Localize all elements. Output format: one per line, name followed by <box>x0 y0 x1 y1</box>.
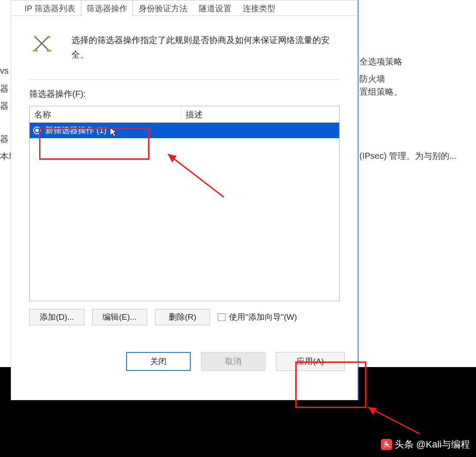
bg-text: 器 <box>0 133 9 145</box>
dialog-footer: 关闭 取消 应用(A) <box>11 333 358 379</box>
apply-button[interactable]: 应用(A) <box>276 352 345 371</box>
toutiao-logo-icon: 头 <box>381 439 392 450</box>
svg-rect-2 <box>33 50 38 52</box>
tab-connection-type[interactable]: 连接类型 <box>237 0 281 16</box>
watermark-brand: 头条 <box>395 438 414 451</box>
delete-button[interactable]: 删除(R) <box>155 309 210 325</box>
filter-action-list[interactable]: 名称 描述 新筛选器操作 (1) <box>29 106 340 301</box>
list-item-name: 新筛选器操作 (1) <box>45 125 107 136</box>
bg-text: vs <box>0 66 9 76</box>
bg-text: 器 <box>0 83 9 95</box>
svg-rect-3 <box>46 50 52 52</box>
list-actions: 添加(D)... 编辑(E)... 删除(R) 使用"添加向导"(W) <box>29 309 340 325</box>
radio-selected-icon <box>33 127 41 134</box>
annotation-arrow-icon <box>364 404 424 438</box>
dialog-body: 选择的筛选器操作指定了此规则是否协商及如何来保证网络流量的安全。 筛选器操作(F… <box>11 16 358 333</box>
svg-point-4 <box>34 36 37 38</box>
bg-text: 全选项策略 <box>359 56 402 68</box>
use-wizard-checkbox[interactable]: 使用"添加向导"(W) <box>218 312 297 323</box>
edit-button[interactable]: 编辑(E)... <box>92 309 147 325</box>
bg-text: 器 <box>0 100 9 112</box>
filter-action-label: 筛选器操作(F): <box>29 88 340 100</box>
tab-bar: IP 筛选器列表 筛选器操作 身份验证方法 隧道设置 连接类型 <box>11 0 358 16</box>
list-header: 名称 描述 <box>30 106 339 123</box>
swords-icon <box>32 34 53 54</box>
close-button[interactable]: 关闭 <box>126 352 191 371</box>
list-item-selected[interactable]: 新筛选器操作 (1) <box>30 123 339 138</box>
use-wizard-label: 使用"添加向导"(W) <box>229 312 297 323</box>
svg-point-5 <box>48 36 50 38</box>
column-desc[interactable]: 描述 <box>181 106 339 122</box>
separator <box>29 79 340 80</box>
checkbox-icon <box>218 313 226 321</box>
svg-line-8 <box>368 407 420 434</box>
intro-text: 选择的筛选器操作指定了此规则是否协商及如何来保证网络流量的安全。 <box>71 31 340 62</box>
tab-auth-method[interactable]: 身份验证方法 <box>133 0 193 16</box>
bg-text: 防火墙 <box>359 73 385 85</box>
properties-dialog: IP 筛选器列表 筛选器操作 身份验证方法 隧道设置 连接类型 选择的筛选器操作… <box>11 0 359 400</box>
intro-section: 选择的筛选器操作指定了此规则是否协商及如何来保证网络流量的安全。 <box>29 31 340 62</box>
watermark-handle: @Kali与编程 <box>416 438 470 451</box>
add-button[interactable]: 添加(D)... <box>29 309 84 325</box>
watermark: 头 头条 @Kali与编程 <box>381 438 470 451</box>
bg-text: 置组策略。 <box>359 86 402 98</box>
cancel-button: 取消 <box>201 352 266 371</box>
bg-text: (IPsec) 管理。为与别的... <box>359 150 457 162</box>
tab-filter-action[interactable]: 筛选器操作 <box>81 0 133 17</box>
tab-tunnel-settings[interactable]: 隧道设置 <box>193 0 237 16</box>
tab-ip-filter-list[interactable]: IP 筛选器列表 <box>19 0 81 16</box>
column-name[interactable]: 名称 <box>30 106 181 122</box>
svg-marker-9 <box>368 407 377 415</box>
